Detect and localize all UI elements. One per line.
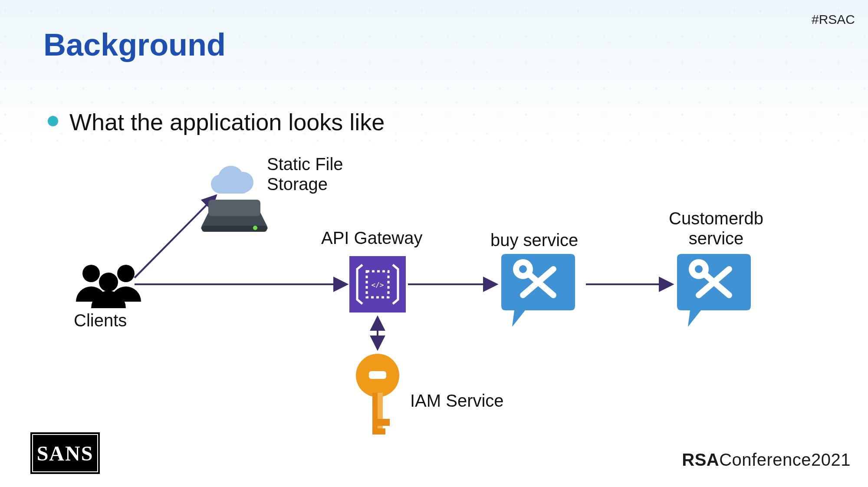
svg-rect-8 bbox=[208, 200, 260, 216]
buy-service-label: buy service bbox=[490, 230, 578, 250]
svg-rect-6 bbox=[217, 182, 248, 194]
iam-label: IAM Service bbox=[410, 391, 504, 411]
svg-point-9 bbox=[253, 226, 257, 230]
rsa-logo-light-b: 2021 bbox=[811, 450, 851, 469]
svg-point-1 bbox=[117, 265, 135, 282]
svg-rect-21 bbox=[369, 371, 386, 379]
svg-point-14 bbox=[516, 262, 530, 276]
storage-label-line1: Static File bbox=[267, 155, 343, 174]
clients-label: Clients bbox=[74, 310, 127, 330]
storage-icon bbox=[201, 166, 267, 232]
svg-point-0 bbox=[82, 265, 100, 282]
svg-point-17 bbox=[692, 262, 706, 276]
rsa-logo-light-a: Conference bbox=[719, 450, 811, 469]
customerdb-label: Customerdb service bbox=[660, 208, 773, 248]
rsa-logo-bold: RSA bbox=[682, 450, 719, 469]
rsa-conference-logo: RSAConference2021 bbox=[682, 450, 851, 470]
iam-key-icon bbox=[356, 354, 399, 434]
customerdb-label-line2: service bbox=[689, 229, 744, 248]
buy-service-icon bbox=[501, 254, 575, 327]
storage-label: Static File Storage bbox=[267, 154, 343, 194]
svg-rect-24 bbox=[372, 419, 390, 426]
sans-logo: SANS bbox=[30, 432, 100, 474]
storage-label-line2: Storage bbox=[267, 174, 328, 194]
api-gateway-label: API Gateway bbox=[321, 228, 422, 248]
svg-point-2 bbox=[99, 273, 118, 292]
svg-rect-23 bbox=[378, 393, 383, 434]
api-gateway-icon: </> bbox=[349, 256, 406, 313]
edge-clients-storage bbox=[135, 195, 216, 278]
svg-text:</>: </> bbox=[372, 281, 384, 289]
customerdb-label-line1: Customerdb bbox=[669, 209, 763, 228]
clients-icon bbox=[76, 265, 141, 308]
svg-rect-25 bbox=[372, 428, 385, 434]
customerdb-service-icon bbox=[677, 254, 751, 327]
